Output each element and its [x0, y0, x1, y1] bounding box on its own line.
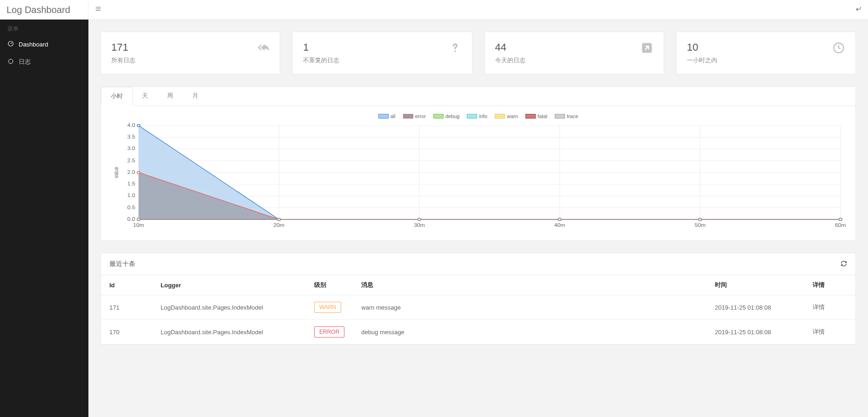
chart-panel: 小时天周月 allerrordebuginfowarnfataltrace 0.… — [101, 86, 856, 241]
recent-panel: 最近十条 Id Logger 级别 消息 时间 详情 171 Log — [101, 253, 856, 345]
card-value: 44 — [495, 41, 525, 53]
col-logger: Logger — [152, 275, 306, 295]
sidebar-section-label: 菜单 — [0, 20, 88, 36]
svg-text:2.0: 2.0 — [128, 170, 135, 175]
card-label: 今天的日志 — [495, 56, 525, 65]
legend-label: warn — [507, 113, 518, 119]
svg-point-72 — [137, 218, 140, 221]
card-label: 一小时之内 — [687, 56, 717, 65]
svg-text:10m: 10m — [133, 223, 144, 228]
sidebar: Log Dashboard 菜单 Dashboard日志 — [0, 0, 88, 417]
svg-text:30m: 30m — [414, 223, 425, 228]
legend-swatch — [555, 114, 565, 119]
svg-point-42 — [137, 172, 140, 174]
legend-swatch — [495, 114, 505, 119]
svg-point-36 — [137, 125, 140, 127]
svg-point-77 — [839, 218, 842, 221]
svg-text:1.0: 1.0 — [128, 193, 135, 199]
recent-table: Id Logger 级别 消息 时间 详情 171 LogDashboard.s… — [101, 275, 855, 344]
topbar — [88, 0, 868, 20]
legend-label: debug — [445, 113, 460, 119]
card-value: 1 — [303, 41, 339, 53]
svg-text:3.0: 3.0 — [128, 146, 135, 152]
col-message: 消息 — [353, 275, 707, 295]
cell-id: 171 — [101, 295, 152, 320]
legend-error[interactable]: error — [403, 113, 426, 119]
legend-swatch — [403, 114, 413, 119]
svg-text:4.0: 4.0 — [128, 123, 135, 128]
svg-text:60m: 60m — [835, 223, 846, 228]
legend-label: fatal — [538, 113, 547, 119]
col-level: 级别 — [306, 275, 353, 295]
tab-3[interactable]: 月 — [183, 87, 208, 106]
card-label: 不重复的日志 — [303, 56, 339, 65]
legend-all[interactable]: all — [378, 113, 396, 119]
back-arrow-icon[interactable] — [855, 6, 861, 13]
cell-level: ERROR — [306, 320, 353, 344]
svg-point-1 — [8, 59, 13, 63]
stat-card-2: 44 今天的日志 — [484, 32, 664, 74]
stat-card-1: 1 不重复的日志 — [292, 32, 472, 74]
svg-text:0.5: 0.5 — [128, 205, 135, 210]
svg-text:2.5: 2.5 — [128, 158, 135, 163]
svg-text:3.5: 3.5 — [128, 134, 135, 139]
card-value: 10 — [687, 41, 717, 53]
level-badge: WARN — [314, 302, 341, 313]
sidebar-item-label: 日志 — [19, 58, 31, 66]
legend-swatch — [433, 114, 444, 119]
table-row: 170 LogDashboard.site.Pages.IndexModel E… — [101, 320, 855, 344]
stat-card-3: 10 一小时之内 — [676, 32, 856, 74]
detail-link[interactable]: 详情 — [813, 328, 825, 335]
svg-text:0.0: 0.0 — [128, 217, 135, 222]
legend-fatal[interactable]: fatal — [525, 113, 547, 119]
legend-debug[interactable]: debug — [433, 113, 460, 119]
reply-all-icon — [256, 41, 269, 54]
legend-label: trace — [567, 113, 578, 119]
cell-message: debug message — [353, 320, 707, 344]
clock-icon — [832, 41, 845, 54]
col-detail: 详情 — [804, 275, 855, 295]
detail-link[interactable]: 详情 — [813, 304, 825, 311]
cell-logger: LogDashboard.site.Pages.IndexModel — [152, 295, 306, 320]
col-id: Id — [101, 275, 152, 295]
sidebar-item-1[interactable]: 日志 — [0, 53, 88, 71]
hamburger-icon[interactable] — [95, 6, 101, 13]
cell-logger: LogDashboard.site.Pages.IndexModel — [152, 320, 306, 344]
legend-swatch — [525, 114, 536, 119]
arrow-out-icon — [640, 41, 653, 54]
legend-info[interactable]: info — [467, 113, 487, 119]
brand-title: Log Dashboard — [0, 0, 88, 20]
crosshair-icon — [7, 58, 14, 66]
question-icon — [449, 41, 462, 54]
refresh-icon[interactable] — [841, 260, 847, 268]
tab-2[interactable]: 周 — [158, 87, 183, 106]
svg-point-2 — [454, 50, 456, 52]
svg-text:value: value — [113, 167, 119, 178]
stat-card-0: 171 所有日志 — [101, 32, 280, 74]
svg-point-75 — [558, 218, 561, 221]
cell-time: 2019-11-25 01:08:08 — [707, 320, 804, 344]
svg-text:1.5: 1.5 — [128, 181, 135, 186]
table-row: 171 LogDashboard.site.Pages.IndexModel W… — [101, 295, 855, 320]
sidebar-item-0[interactable]: Dashboard — [0, 36, 88, 53]
svg-text:20m: 20m — [274, 223, 285, 228]
tab-1[interactable]: 天 — [133, 87, 158, 106]
cell-message: warn message — [353, 295, 707, 320]
legend-warn[interactable]: warn — [495, 113, 518, 119]
cell-time: 2019-11-25 01:08:08 — [707, 295, 804, 320]
legend-swatch — [467, 114, 477, 119]
svg-point-76 — [699, 218, 701, 221]
svg-text:40m: 40m — [554, 223, 565, 228]
legend-label: info — [479, 113, 487, 119]
legend-trace[interactable]: trace — [555, 113, 578, 119]
gauge-icon — [7, 40, 14, 48]
legend-label: all — [390, 113, 396, 119]
svg-point-74 — [418, 218, 421, 221]
cell-level: WARN — [306, 295, 353, 320]
card-value: 171 — [111, 41, 135, 53]
svg-text:50m: 50m — [694, 223, 706, 228]
sidebar-item-label: Dashboard — [19, 41, 48, 48]
svg-point-73 — [277, 218, 280, 221]
recent-title: 最近十条 — [109, 260, 135, 268]
tab-0[interactable]: 小时 — [101, 87, 133, 106]
